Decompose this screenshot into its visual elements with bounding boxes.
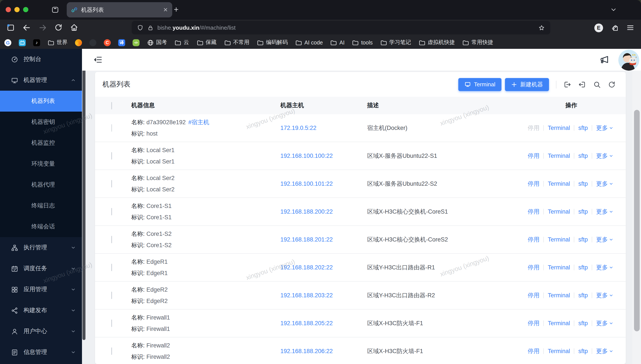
bookmark-vmkj[interactable]: 虚拟机快捷: [418, 39, 455, 46]
row-checkbox[interactable]: [111, 320, 112, 327]
bookmark-ai[interactable]: AI: [330, 39, 345, 46]
shield-icon[interactable]: [137, 24, 144, 31]
disable-action[interactable]: 停用: [528, 124, 540, 132]
sidebar-item-2[interactable]: 执行管理: [0, 237, 82, 258]
reload-button[interactable]: [54, 23, 63, 32]
import-icon[interactable]: [578, 80, 586, 88]
bookmark-translate[interactable]: 译: [118, 39, 125, 46]
bookmark-aicode[interactable]: AI code: [295, 39, 323, 46]
more-action[interactable]: 更多: [596, 180, 613, 188]
close-window-button[interactable]: [6, 7, 11, 12]
sidebar-subitem-0[interactable]: 机器列表: [0, 91, 82, 112]
refresh-icon[interactable]: [608, 80, 616, 88]
zoom-window-button[interactable]: [23, 7, 28, 12]
bookmark-tiktok[interactable]: ♪: [33, 39, 40, 46]
disable-action[interactable]: 停用: [528, 292, 540, 299]
sftp-action[interactable]: sftp: [578, 236, 588, 243]
page-scrollbar-thumb[interactable]: [634, 110, 640, 331]
more-action[interactable]: 更多: [596, 236, 613, 244]
bookmark-yun[interactable]: 云: [174, 39, 189, 46]
sidebar-subitem-4[interactable]: 机器代理: [0, 174, 82, 195]
sidebar-subitem-2[interactable]: 机器监控: [0, 132, 82, 154]
disable-action[interactable]: 停用: [528, 208, 540, 216]
more-action[interactable]: 更多: [596, 264, 613, 271]
terminal-action[interactable]: Terminal: [548, 348, 570, 354]
sidebar-subitem-1[interactable]: 机器密钥: [0, 112, 82, 132]
row-checkbox[interactable]: [111, 208, 112, 215]
tab-close-icon[interactable]: ✕: [163, 6, 168, 13]
terminal-action[interactable]: Terminal: [548, 264, 570, 271]
terminal-action[interactable]: Terminal: [548, 320, 570, 326]
bookmark-bianma[interactable]: 编码解码: [257, 39, 288, 46]
bookmark-bilibili[interactable]: [19, 39, 26, 46]
more-action[interactable]: 更多: [596, 319, 613, 327]
sidebar-item-5[interactable]: 构建发布: [0, 300, 82, 321]
browser-tab[interactable]: 机器列表 ✕: [67, 2, 172, 18]
host-link[interactable]: 192.168.188.205:22: [280, 320, 333, 326]
extension-e-badge[interactable]: E: [594, 24, 603, 32]
disable-action[interactable]: 停用: [528, 180, 540, 188]
bookmark-google[interactable]: G: [4, 39, 11, 46]
select-all-checkbox[interactable]: [111, 102, 112, 109]
terminal-action[interactable]: Terminal: [548, 236, 570, 243]
row-checkbox[interactable]: [111, 264, 112, 271]
export-icon[interactable]: [564, 80, 571, 88]
more-action[interactable]: 更多: [596, 347, 613, 355]
home-button[interactable]: [70, 23, 78, 32]
menu-hamburger-icon[interactable]: [626, 24, 634, 32]
sidebar-item-0[interactable]: 控制台: [0, 49, 82, 70]
terminal-action[interactable]: Terminal: [548, 180, 570, 187]
host-link[interactable]: 192.168.188.206:22: [280, 348, 333, 354]
host-link[interactable]: 192.168.100.101:22: [280, 180, 333, 187]
sidebar-item-1[interactable]: 机器管理: [0, 70, 82, 91]
bookmark-tools[interactable]: tools: [352, 39, 372, 46]
sidebar-subitem-6[interactable]: 终端会话: [0, 216, 82, 237]
bookmark-baocang[interactable]: 保藏: [196, 39, 216, 46]
more-action[interactable]: 更多: [596, 208, 613, 216]
sidebar-subitem-3[interactable]: 环境变量: [0, 154, 82, 174]
sidebar-item-7[interactable]: 信息管理: [0, 342, 82, 363]
more-action[interactable]: 更多: [596, 124, 613, 132]
row-checkbox[interactable]: [111, 236, 112, 243]
host-link[interactable]: 172.19.0.5:22: [280, 125, 316, 131]
sftp-action[interactable]: sftp: [578, 208, 588, 215]
host-link[interactable]: 192.168.188.202:22: [280, 264, 333, 271]
row-checkbox[interactable]: [111, 124, 112, 132]
sidebar-item-4[interactable]: 应用管理: [0, 279, 82, 300]
sftp-action[interactable]: sftp: [578, 292, 588, 298]
host-link[interactable]: 192.168.188.200:22: [280, 208, 333, 215]
user-avatar[interactable]: [618, 50, 639, 70]
sftp-action[interactable]: sftp: [578, 264, 588, 271]
disable-action[interactable]: 停用: [528, 319, 540, 327]
row-checkbox[interactable]: [111, 152, 112, 160]
sftp-action[interactable]: sftp: [578, 152, 588, 159]
host-link[interactable]: 192.168.100.100:22: [280, 152, 333, 159]
disable-action[interactable]: 停用: [528, 264, 540, 271]
bookmark-csdn[interactable]: C: [104, 39, 111, 46]
tab-list-chevron-icon[interactable]: [610, 6, 616, 13]
terminal-action[interactable]: Terminal: [548, 208, 570, 215]
host-link[interactable]: 192.168.188.203:22: [280, 292, 333, 298]
extensions-puzzle-icon[interactable]: [610, 24, 619, 32]
row-checkbox[interactable]: [111, 180, 112, 188]
bookmark-shijie[interactable]: 世界: [48, 39, 68, 46]
bookmark-xuexi[interactable]: 学习笔记: [380, 39, 411, 46]
back-button[interactable]: [22, 23, 31, 32]
disable-action[interactable]: 停用: [528, 347, 540, 355]
host-link[interactable]: 192.168.188.201:22: [280, 236, 333, 243]
bookmark-guokao[interactable]: 国考: [147, 39, 167, 46]
terminal-action[interactable]: Terminal: [548, 152, 570, 159]
bookmark-cykj[interactable]: 常用快捷: [462, 39, 493, 46]
sidebar-subitem-5[interactable]: 终端日志: [0, 195, 82, 216]
bookmark-flame[interactable]: [75, 39, 82, 46]
more-action[interactable]: 更多: [596, 292, 613, 299]
bookmark-buchangyong[interactable]: 不常用: [224, 39, 250, 46]
host-tag-link[interactable]: #宿主机: [188, 120, 209, 125]
new-tab-button[interactable]: +: [170, 4, 182, 16]
collapse-sidebar-icon[interactable]: [94, 55, 102, 64]
disable-action[interactable]: 停用: [528, 152, 540, 160]
bookmark-github[interactable]: [90, 39, 96, 46]
lock-icon[interactable]: [148, 25, 154, 31]
sftp-action[interactable]: sftp: [578, 180, 588, 187]
minimize-window-button[interactable]: [14, 7, 20, 12]
